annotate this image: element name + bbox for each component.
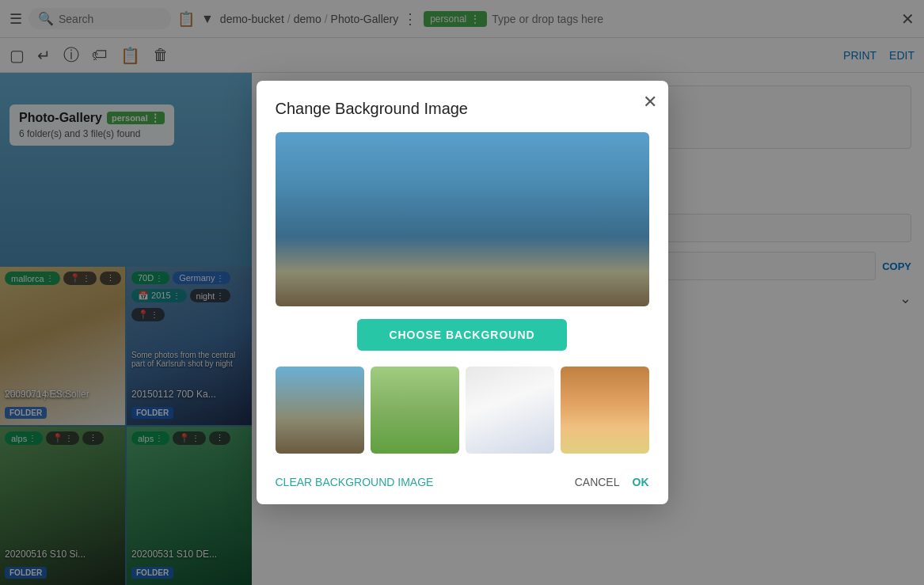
- change-background-modal: Change Background Image ✕ CHOOSE BACKGRO…: [257, 81, 668, 504]
- modal-title: Change Background Image: [276, 100, 649, 118]
- modal-actions: CANCEL OK: [575, 476, 649, 488]
- thumbnails-row: [276, 367, 649, 454]
- thumbnail-3[interactable]: [466, 367, 554, 454]
- choose-background-button[interactable]: CHOOSE BACKGROUND: [357, 319, 566, 351]
- modal-main-image: [276, 132, 649, 306]
- cancel-button[interactable]: CANCEL: [575, 476, 620, 488]
- clear-background-button[interactable]: CLEAR BACKGROUND IMAGE: [276, 476, 434, 488]
- modal-close-button[interactable]: ✕: [643, 92, 657, 112]
- ok-button[interactable]: OK: [633, 476, 649, 488]
- thumbnail-4[interactable]: [561, 367, 649, 454]
- thumbnail-1[interactable]: [276, 367, 364, 454]
- modal-footer: CLEAR BACKGROUND IMAGE CANCEL OK: [276, 469, 649, 488]
- modal-overlay[interactable]: Change Background Image ✕ CHOOSE BACKGRO…: [0, 0, 924, 585]
- thumbnail-2[interactable]: [371, 367, 459, 454]
